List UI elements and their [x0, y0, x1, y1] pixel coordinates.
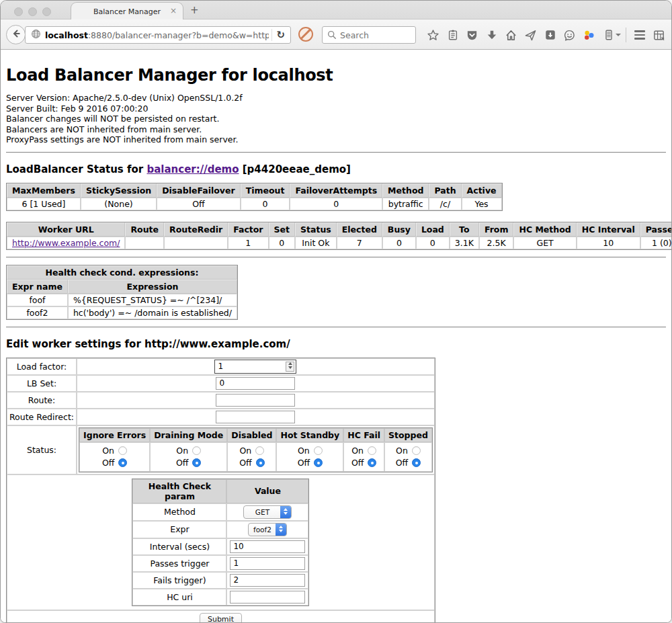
proxypass-note: ProxyPass settings are NOT inherited fro…: [6, 134, 666, 145]
table-row: 6 [1 Used] (None) Off 0 0 bytraffic /c/ …: [7, 198, 502, 210]
method-select[interactable]: GET: [243, 505, 292, 519]
server-version: Server Version: Apache/2.5.0-dev (Unix) …: [6, 93, 666, 103]
disabled-on-radio[interactable]: [255, 446, 264, 455]
stopped-off-radio[interactable]: [412, 458, 421, 467]
reload-icon[interactable]: ↻: [275, 29, 290, 41]
expr-label: Expr: [132, 521, 226, 538]
hc-fail-on-radio[interactable]: [368, 446, 376, 455]
route-redirect-input[interactable]: [216, 411, 295, 423]
url-path: :8880/balancer-manager?b=demo&w=http://w…: [88, 30, 269, 40]
toolbar-icons: [423, 26, 669, 44]
divider: [6, 327, 666, 328]
passes-trigger-label: Passes trigger: [132, 555, 226, 572]
disabled-off-radio[interactable]: [256, 458, 265, 467]
table-row: foof %{REQUEST_STATUS} =~ /^[234]/: [7, 294, 237, 306]
tab-bar: Balancer Manager × +: [1, 1, 671, 19]
health-check-expressions-table: Health check cond. expressions: Expr nam…: [6, 265, 238, 320]
interval-input[interactable]: [230, 540, 305, 553]
url-domain: localhost: [45, 30, 88, 40]
pocket-icon[interactable]: [462, 27, 482, 43]
ignore-errors-on-radio[interactable]: [118, 446, 127, 455]
load-factor-input[interactable]: [214, 360, 296, 374]
table-row: http://www.example.com/ 1 0 Init Ok 7 0 …: [7, 237, 671, 249]
ignore-errors-off-radio[interactable]: [118, 458, 127, 467]
divider: [6, 152, 666, 153]
fails-trigger-input[interactable]: [230, 574, 305, 587]
status-hot-standby: On Off: [276, 442, 343, 472]
edit-worker-form: Load factor: LB Set: Route: Route Redire…: [6, 358, 666, 623]
reading-list-icon[interactable]: [443, 27, 462, 43]
back-arrow-icon: [11, 28, 22, 42]
route-label: Route:: [7, 392, 77, 409]
extension-download-icon[interactable]: [540, 27, 560, 43]
chat-smiley-icon[interactable]: [560, 27, 579, 43]
number-stepper-icon[interactable]: [286, 362, 294, 372]
status-hc-fail: On Off: [343, 442, 384, 472]
status-disabled: On Off: [227, 442, 276, 472]
bookmark-star-icon[interactable]: [423, 27, 443, 43]
chevron-down-icon[interactable]: [616, 34, 621, 39]
method-label: Method: [132, 503, 226, 521]
navigation-toolbar: localhost:8880/balancer-manager?b=demo&w…: [1, 19, 671, 50]
route-input[interactable]: [216, 394, 295, 407]
divider: [6, 257, 666, 258]
tab-title: Balancer Manager: [93, 7, 161, 16]
menu-hamburger-icon[interactable]: [630, 27, 649, 43]
expr-table-title: Health check cond. expressions:: [7, 265, 237, 280]
stopped-on-radio[interactable]: [412, 446, 421, 455]
lb-set-input[interactable]: [216, 377, 295, 390]
worker-url-link[interactable]: http://www.example.com/: [12, 238, 120, 248]
balancer-demo-link[interactable]: balancer://demo: [146, 163, 239, 175]
new-tab-button[interactable]: +: [190, 4, 199, 16]
inherit-note: Balancers are NOT inherited from main se…: [6, 124, 666, 135]
loadbalancer-status-heading: LoadBalancer Status for balancer://demo …: [6, 163, 666, 175]
url-bar[interactable]: localhost:8880/balancer-manager?b=demo&w…: [25, 26, 291, 44]
url-text[interactable]: localhost:8880/balancer-manager?b=demo&w…: [45, 30, 269, 40]
hot-standby-on-radio[interactable]: [314, 446, 323, 455]
search-bar[interactable]: [322, 26, 416, 44]
edit-worker-table: Load factor: LB Set: Route: Route Redire…: [6, 358, 435, 623]
browser-window: Balancer Manager × + localhost:8880/bala…: [0, 0, 672, 623]
status-table: Ignore Errors Draining Mode Disabled Hot…: [79, 427, 433, 472]
tab-groups-icon[interactable]: [649, 27, 669, 43]
status-stopped: On Off: [384, 442, 432, 472]
health-check-param-table: Health Check param Value Method GET: [132, 479, 309, 606]
expr-select[interactable]: foof2: [248, 523, 287, 536]
load-factor-label: Load factor:: [7, 358, 77, 375]
page-title: Load Balancer Manager for localhost: [6, 66, 666, 85]
status-draining-mode: On Off: [150, 442, 227, 472]
hc-fail-off-radio[interactable]: [368, 458, 376, 467]
site-globe-icon: [31, 29, 41, 42]
tab-close-icon[interactable]: ×: [170, 7, 177, 15]
submit-button[interactable]: Submit: [200, 613, 242, 623]
select-stepper-icon: [280, 505, 291, 519]
persist-note: Balancer changes will NOT be persisted o…: [6, 114, 666, 124]
close-window-button[interactable]: [14, 7, 23, 16]
status-label: Status:: [7, 425, 77, 474]
tab-balancer-manager[interactable]: Balancer Manager ×: [71, 2, 183, 20]
content-blocker-icon[interactable]: [298, 27, 313, 42]
colored-dots-extension-icon[interactable]: [579, 27, 599, 43]
table-row: foof2 hc('body') =~ /domain is establish…: [7, 306, 237, 319]
draining-mode-on-radio[interactable]: [192, 446, 201, 455]
hot-standby-off-radio[interactable]: [314, 458, 323, 467]
home-icon[interactable]: [501, 27, 521, 43]
route-redirect-label: Route Redirect:: [7, 409, 77, 425]
search-input[interactable]: [340, 30, 407, 40]
send-tab-icon[interactable]: [521, 27, 540, 43]
minimize-window-button[interactable]: [28, 7, 37, 16]
downloads-icon[interactable]: [482, 27, 501, 43]
draining-mode-off-radio[interactable]: [192, 458, 201, 467]
fails-trigger-label: Fails trigger): [132, 572, 226, 589]
passes-trigger-input[interactable]: [230, 557, 305, 570]
search-icon: [327, 30, 337, 40]
status-ignore-errors: On Off: [79, 442, 150, 472]
edit-worker-heading: Edit worker settings for http://www.exam…: [6, 338, 666, 350]
hc-uri-input[interactable]: [230, 591, 305, 604]
balancer-status-table: MaxMembers StickySession DisableFailover…: [6, 183, 503, 211]
zoom-window-button[interactable]: [42, 7, 51, 16]
page-content: Load Balancer Manager for localhost Serv…: [1, 50, 671, 623]
server-info: Server Version: Apache/2.5.0-dev (Unix) …: [6, 93, 666, 145]
back-button[interactable]: [6, 25, 26, 44]
select-stepper-icon: [276, 523, 286, 536]
